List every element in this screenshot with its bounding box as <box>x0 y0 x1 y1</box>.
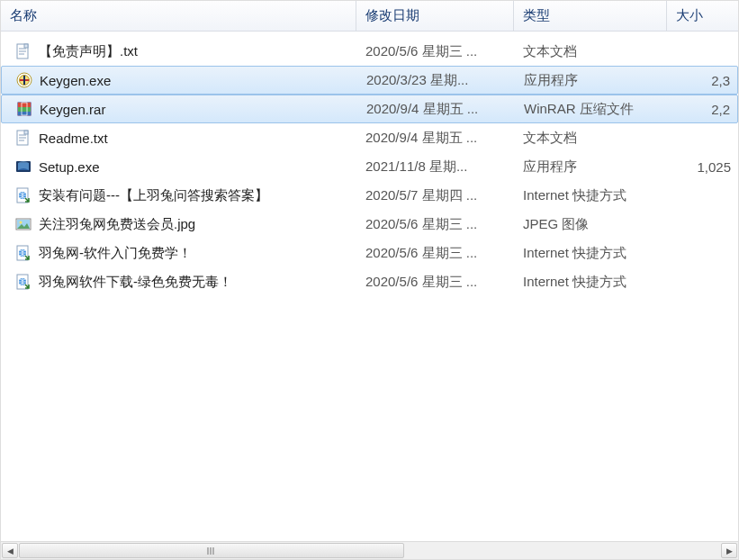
file-type: Internet 快捷方式 <box>514 187 667 204</box>
column-header-row: 名称 修改日期 类型 大小 <box>1 1 738 32</box>
file-size: 2,3 <box>668 73 737 88</box>
file-date: 2020/5/6 星期三 ... <box>356 245 514 262</box>
url-file-icon <box>15 187 32 203</box>
file-size: 2,2 <box>668 102 737 117</box>
file-row[interactable]: Readme.txt2020/9/4 星期五 ...文本文档 <box>1 123 738 152</box>
file-row[interactable]: 安装有问题---【上羽兔问答搜索答案】2020/5/7 星期四 ...Inter… <box>1 181 738 210</box>
scroll-thumb[interactable] <box>19 543 404 558</box>
file-name: 关注羽兔网免费送会员.jpg <box>39 216 195 233</box>
url-file-icon <box>15 245 32 261</box>
svg-rect-15 <box>24 131 28 134</box>
file-name: Keygen.exe <box>40 73 111 88</box>
svg-rect-11 <box>18 107 31 112</box>
file-date: 2020/3/23 星期... <box>357 72 515 89</box>
file-name: Setup.exe <box>39 159 100 175</box>
file-type: 应用程序 <box>514 158 667 176</box>
file-type: 应用程序 <box>515 72 668 89</box>
scroll-thumb-grip <box>207 547 216 555</box>
file-type: Internet 快捷方式 <box>514 245 667 262</box>
column-header-size-label: 大小 <box>676 7 703 24</box>
file-date: 2020/5/6 星期三 ... <box>356 43 514 60</box>
column-header-date[interactable]: 修改日期 <box>356 1 514 31</box>
scroll-right-button[interactable]: ▶ <box>721 543 737 558</box>
column-header-type[interactable]: 类型 <box>514 1 667 31</box>
column-header-name[interactable]: 名称 <box>1 1 356 31</box>
rar-file-icon <box>16 101 32 117</box>
file-type: JPEG 图像 <box>514 216 667 233</box>
file-date: 2020/9/4 星期五 ... <box>356 130 514 147</box>
svg-rect-10 <box>18 103 31 107</box>
file-type: Internet 快捷方式 <box>514 274 667 291</box>
file-name: 羽兔网-软件入门免费学！ <box>39 245 192 262</box>
svg-rect-8 <box>23 76 25 85</box>
file-row[interactable]: Setup.exe2021/11/8 星期...应用程序1,025 <box>1 152 738 181</box>
svg-point-25 <box>20 221 23 224</box>
scroll-track[interactable] <box>19 543 720 558</box>
scroll-left-button[interactable]: ◀ <box>2 543 18 558</box>
file-date: 2020/9/4 星期五 ... <box>357 101 515 118</box>
file-row[interactable]: 【免责声明】.txt2020/5/6 星期三 ...文本文档 <box>1 37 738 66</box>
svg-rect-12 <box>18 112 31 115</box>
column-header-date-label: 修改日期 <box>365 7 419 24</box>
url-file-icon <box>15 274 32 290</box>
txt-file-icon <box>15 130 32 146</box>
file-date: 2020/5/6 星期三 ... <box>356 274 514 291</box>
file-date: 2020/5/7 星期四 ... <box>356 187 514 204</box>
file-row[interactable]: 关注羽兔网免费送会员.jpg2020/5/6 星期三 ...JPEG 图像 <box>1 210 738 239</box>
svg-rect-1 <box>24 44 28 48</box>
column-header-type-label: 类型 <box>523 7 550 24</box>
file-row[interactable]: 羽兔网软件下载-绿色免费无毒！2020/5/6 星期三 ...Internet … <box>1 267 738 296</box>
setup-file-icon <box>15 158 32 175</box>
file-name: 【免责声明】.txt <box>39 43 138 60</box>
file-date: 2021/11/8 星期... <box>356 158 514 176</box>
file-name: Keygen.rar <box>40 102 105 117</box>
jpg-file-icon <box>15 216 32 232</box>
file-list[interactable]: 【免责声明】.txt2020/5/6 星期三 ...文本文档Keygen.exe… <box>1 32 738 541</box>
file-size: 1,025 <box>667 159 738 175</box>
file-row[interactable]: Keygen.rar2020/9/4 星期五 ...WinRAR 压缩文件2,2 <box>1 95 738 123</box>
horizontal-scrollbar: ◀ ▶ <box>1 541 738 559</box>
file-date: 2020/5/6 星期三 ... <box>356 216 514 233</box>
file-row[interactable]: 羽兔网-软件入门免费学！2020/5/6 星期三 ...Internet 快捷方… <box>1 239 738 267</box>
file-explorer-pane: 名称 修改日期 类型 大小 【免责声明】.txt2020/5/6 星期三 ...… <box>0 0 739 560</box>
file-name: 羽兔网软件下载-绿色免费无毒！ <box>39 274 232 291</box>
column-header-name-label: 名称 <box>10 7 37 24</box>
file-type: 文本文档 <box>514 43 667 60</box>
file-name: 安装有问题---【上羽兔问答搜索答案】 <box>39 187 268 204</box>
file-type: WinRAR 压缩文件 <box>515 101 668 118</box>
keygen-file-icon <box>16 72 32 88</box>
file-row[interactable]: Keygen.exe2020/3/23 星期...应用程序2,3 <box>1 66 738 95</box>
file-type: 文本文档 <box>514 130 667 147</box>
txt-file-icon <box>15 43 32 59</box>
file-name: Readme.txt <box>39 131 108 146</box>
column-header-size[interactable]: 大小 <box>667 1 738 31</box>
